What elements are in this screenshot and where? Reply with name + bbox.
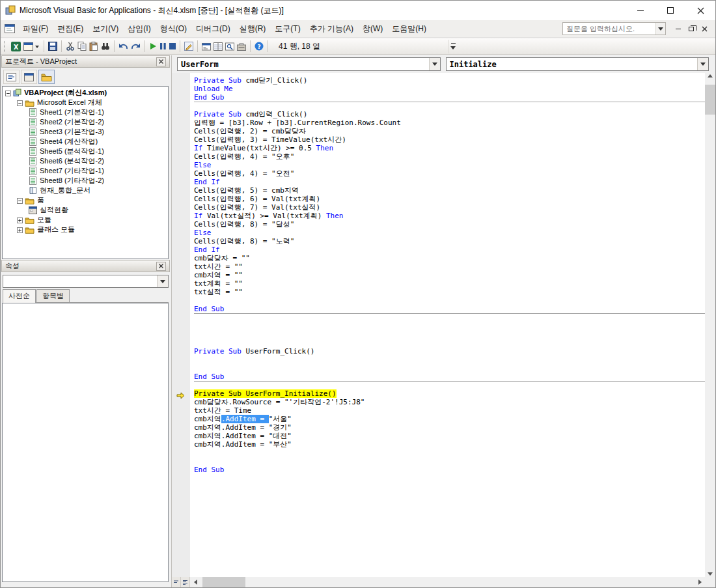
- expand-icon[interactable]: [17, 217, 23, 223]
- child-restore-button[interactable]: [685, 23, 697, 35]
- design-mode-button[interactable]: [183, 39, 195, 53]
- project-explorer-button[interactable]: [200, 39, 212, 53]
- scroll-up-button[interactable]: [705, 73, 715, 83]
- menu-item-도움말(H)[interactable]: 도움말(H): [387, 20, 431, 38]
- break-button[interactable]: [158, 39, 168, 53]
- child-close-button[interactable]: [698, 23, 710, 35]
- properties-tab-항목별[interactable]: 항목별: [36, 289, 70, 302]
- object-browser-button[interactable]: [224, 39, 236, 53]
- toolbox-button[interactable]: [236, 39, 247, 53]
- child-minimize-button[interactable]: [672, 23, 684, 35]
- code-line[interactable]: End Sub: [194, 305, 705, 313]
- collapse-icon[interactable]: [17, 100, 23, 105]
- tree-item-Sheet8 (기타작업-2)[interactable]: Sheet8 (기타작업-2): [3, 176, 168, 186]
- close-button[interactable]: [685, 1, 715, 20]
- horizontal-scroll-track[interactable]: [200, 577, 695, 587]
- code-line[interactable]: cmb지역.AddItem = "대전": [194, 432, 705, 440]
- project-panel-close-button[interactable]: [156, 57, 166, 66]
- code-line[interactable]: Private Sub cmd닫기_Click(): [194, 76, 705, 85]
- redo-button[interactable]: [130, 39, 142, 53]
- code-line[interactable]: End If: [194, 245, 705, 254]
- properties-window-button[interactable]: [212, 39, 224, 53]
- toolbar-grip[interactable]: [4, 41, 7, 52]
- vertical-scrollbar[interactable]: [705, 73, 715, 577]
- code-line[interactable]: Private Sub UserForm_Initialize(): [194, 389, 705, 398]
- undo-button[interactable]: [117, 39, 130, 53]
- scroll-left-button[interactable]: [190, 577, 200, 587]
- tree-item-Sheet7 (기타작업-1)[interactable]: Sheet7 (기타작업-1): [3, 166, 168, 176]
- menu-item-디버그(D)[interactable]: 디버그(D): [191, 20, 235, 38]
- cut-button[interactable]: [64, 39, 76, 53]
- collapse-icon[interactable]: [17, 197, 23, 203]
- code-line[interactable]: [194, 339, 705, 347]
- reset-button[interactable]: [168, 39, 177, 53]
- tree-item-Sheet1 (기본작업-1)[interactable]: Sheet1 (기본작업-1): [3, 107, 168, 117]
- menu-item-보기(V)[interactable]: 보기(V): [88, 20, 123, 38]
- code-line[interactable]: Cells(입력행, 8) = "노력": [194, 237, 705, 245]
- code-line[interactable]: Cells(입력행, 2) = cmb담당자: [194, 127, 705, 135]
- code-line[interactable]: txt계획 = "": [194, 279, 705, 288]
- code-line[interactable]: If Val(txt실적) >= Val(txt계획) Then: [194, 212, 705, 220]
- toggle-folders-button[interactable]: [38, 70, 55, 84]
- tree-item-현재_통합_문서[interactable]: 현재_통합_문서: [3, 186, 168, 195]
- tree-item-Microsoft Excel 개체[interactable]: Microsoft Excel 개체: [3, 98, 168, 107]
- chevron-down-icon[interactable]: [429, 58, 440, 70]
- paste-button[interactable]: [88, 39, 100, 53]
- code-line[interactable]: Cells(입력행, 8) = "달성": [194, 220, 705, 229]
- code-line[interactable]: cmb지역.AddItem = "서울": [194, 415, 705, 423]
- code-line[interactable]: [194, 449, 705, 457]
- code-line[interactable]: Else: [194, 161, 705, 169]
- insert-userform-button[interactable]: [22, 39, 41, 53]
- tree-item-Sheet3 (기본작업-3)[interactable]: Sheet3 (기본작업-3): [3, 127, 168, 137]
- scroll-right-button[interactable]: [695, 577, 705, 587]
- properties-panel-close-button[interactable]: [156, 262, 166, 271]
- tree-item-폼[interactable]: 폼: [3, 195, 168, 205]
- tree-item-Sheet2 (기본작업-2)[interactable]: Sheet2 (기본작업-2): [3, 117, 168, 127]
- menu-item-삽입(I)[interactable]: 삽입(I): [123, 20, 155, 38]
- help-search-input[interactable]: [563, 23, 655, 34]
- vertical-scroll-thumb[interactable]: [705, 85, 715, 115]
- tree-item-Sheet6 (분석작업-2)[interactable]: Sheet6 (분석작업-2): [3, 156, 168, 166]
- code-line[interactable]: cmb지역.AddItem = "경기": [194, 423, 705, 432]
- view-code-button[interactable]: [3, 70, 20, 84]
- code-line[interactable]: Cells(입력행, 3) = TimeValue(txt시간): [194, 135, 705, 144]
- tree-item-Sheet4 (계산작업)[interactable]: Sheet4 (계산작업): [3, 137, 168, 147]
- code-line[interactable]: 입력행 = [b3].Row + [b3].CurrentRegion.Rows…: [194, 119, 705, 127]
- code-line[interactable]: cmb담당자.RowSource = "'기타작업-2'!J5:J8": [194, 398, 705, 406]
- horizontal-scroll-thumb[interactable]: [202, 577, 245, 587]
- code-line[interactable]: Unload Me: [194, 85, 705, 93]
- tree-item-클래스 모듈[interactable]: 클래스 모듈: [3, 225, 168, 234]
- scroll-down-button[interactable]: [705, 567, 715, 577]
- properties-object-dropdown[interactable]: [3, 275, 169, 288]
- code-line[interactable]: [194, 322, 705, 330]
- code-line[interactable]: cmb지역 = "": [194, 271, 705, 279]
- code-line[interactable]: [194, 296, 705, 305]
- menu-item-도구(T)[interactable]: 도구(T): [270, 20, 305, 38]
- code-line[interactable]: [194, 364, 705, 372]
- menu-item-추가 기능(A)[interactable]: 추가 기능(A): [305, 20, 358, 38]
- properties-tab-사전순[interactable]: 사전순: [3, 289, 36, 303]
- object-dropdown[interactable]: UserForm: [177, 57, 441, 71]
- minimize-button[interactable]: [626, 1, 655, 20]
- code-line[interactable]: cmb지역.AddItem = "부산": [194, 440, 705, 449]
- code-line[interactable]: txt시간 = Time: [194, 406, 705, 415]
- procedure-dropdown[interactable]: Initialize: [446, 57, 709, 71]
- maximize-button[interactable]: [655, 1, 685, 20]
- expand-icon[interactable]: [17, 227, 23, 232]
- full-module-view-button[interactable]: [181, 577, 190, 587]
- code-line[interactable]: Cells(입력행, 7) = Val(txt실적): [194, 203, 705, 212]
- code-line[interactable]: Else: [194, 229, 705, 237]
- code-line[interactable]: End Sub: [194, 466, 705, 474]
- menu-item-실행(R)[interactable]: 실행(R): [235, 20, 271, 38]
- tree-item-Sheet5 (분석작업-1)[interactable]: Sheet5 (분석작업-1): [3, 147, 168, 156]
- view-excel-button[interactable]: X: [10, 39, 22, 53]
- code-editor[interactable]: Private Sub cmd닫기_Click()Unload MeEnd Su…: [172, 73, 705, 577]
- chevron-down-icon[interactable]: [655, 23, 665, 35]
- code-line[interactable]: Private Sub cmd입력_Click(): [194, 110, 705, 119]
- code-line[interactable]: [194, 313, 705, 322]
- code-line[interactable]: End Sub: [194, 93, 705, 102]
- code-line[interactable]: Private Sub UserForm_Click(): [194, 347, 705, 356]
- code-line[interactable]: Cells(입력행, 4) = "오후": [194, 152, 705, 161]
- toolbar-options-button[interactable]: [448, 40, 457, 53]
- chevron-down-icon[interactable]: [697, 58, 708, 70]
